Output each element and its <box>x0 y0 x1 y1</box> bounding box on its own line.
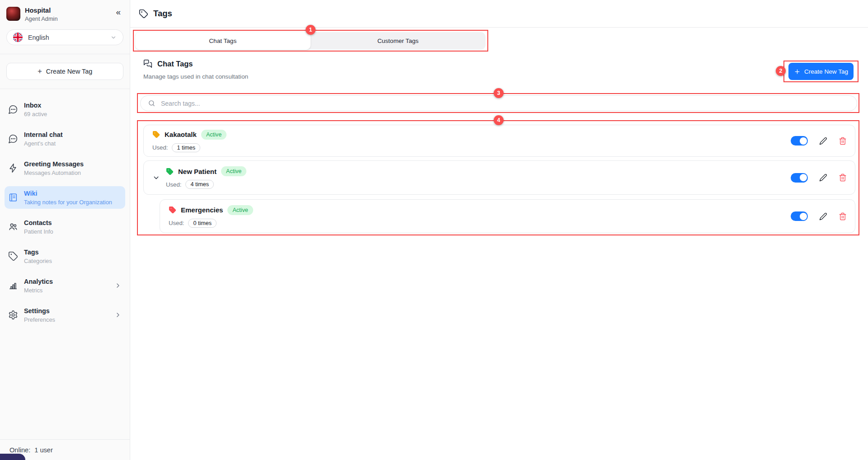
pencil-icon <box>819 174 827 182</box>
chevron-down-icon <box>110 34 117 41</box>
used-label: Used: <box>166 181 181 188</box>
nav-label: Greeting Messages <box>24 160 84 168</box>
language-selector[interactable]: English <box>6 29 123 45</box>
search-icon <box>148 99 156 107</box>
create-new-tag-label: Create New Tag <box>804 68 848 75</box>
pencil-icon <box>819 212 827 221</box>
sidebar: Hospital Agent Admin « English + Create … <box>0 0 130 460</box>
org-role: Agent Admin <box>25 15 58 22</box>
chevron-down-icon <box>152 174 160 182</box>
chevron-right-icon <box>114 311 122 319</box>
tab-customer-tags[interactable]: Customer Tags <box>311 32 486 50</box>
tag-active-toggle[interactable] <box>791 136 808 146</box>
nav-sublabel: Metrics <box>24 287 53 294</box>
sidebar-item-wiki[interactable]: Wiki Taking notes for your Organization <box>5 186 125 209</box>
online-count: 1 user <box>34 446 53 454</box>
language-label: English <box>28 34 49 41</box>
edit-tag-button[interactable] <box>819 137 827 145</box>
search-input[interactable] <box>140 95 857 111</box>
sidebar-item-inbox[interactable]: Inbox 69 active <box>5 98 125 121</box>
org-identity: Hospital Agent Admin <box>25 7 58 22</box>
sidebar-item-internal-chat[interactable]: Internal chat Agent's chat <box>5 127 125 150</box>
expand-children-button[interactable] <box>152 174 160 182</box>
nav-label: Internal chat <box>24 131 63 139</box>
bottom-left-widget-corner <box>0 454 25 460</box>
sidebar-nav: Inbox 69 active Internal chat Agent's ch… <box>0 89 130 326</box>
org-avatar <box>6 7 20 21</box>
used-label: Used: <box>169 220 184 226</box>
chat-bubbles-icon <box>143 59 152 68</box>
section-title: Chat Tags <box>157 60 193 68</box>
annotation-badge-4: 4 <box>494 115 504 125</box>
lightning-bolt-icon <box>8 163 18 173</box>
trash-icon <box>839 212 847 221</box>
tab-chat-tags[interactable]: Chat Tags <box>135 32 311 50</box>
tag-name: Emergencies <box>181 206 223 214</box>
nav-sublabel: Preferences <box>24 316 55 323</box>
users-icon <box>8 222 18 232</box>
sidebar-item-tags[interactable]: Tags Categories <box>5 245 125 268</box>
tag-active-toggle[interactable] <box>791 211 808 221</box>
toggle-knob <box>800 174 807 181</box>
sidebar-collapse-icon[interactable]: « <box>113 7 123 18</box>
nav-sublabel: Messages Automation <box>24 169 84 176</box>
sidebar-create-tag-button[interactable]: + Create New Tag <box>6 63 123 80</box>
gear-icon <box>8 310 18 320</box>
notebook-icon <box>8 192 18 202</box>
page-title: Tags <box>153 9 172 19</box>
tag-icon <box>139 9 148 19</box>
tag-active-toggle[interactable] <box>791 173 808 183</box>
used-count-chip: 4 times <box>185 180 214 189</box>
tag-row-kakaotalk: Kakaotalk Active Used: 1 times <box>143 125 855 157</box>
trash-icon <box>839 174 847 182</box>
nav-label: Settings <box>24 307 55 315</box>
bar-chart-icon <box>8 281 18 291</box>
nav-label: Analytics <box>24 277 53 286</box>
used-count-chip: 1 times <box>172 143 200 152</box>
delete-tag-button[interactable] <box>839 174 847 182</box>
online-status-bar: Online: 1 user <box>0 439 130 460</box>
divider <box>0 54 130 54</box>
chat-bubble-icon <box>8 104 18 114</box>
section-subtitle: Manage tags used in chat consultation <box>143 73 248 80</box>
delete-tag-button[interactable] <box>839 212 847 221</box>
create-new-tag-button[interactable]: Create New Tag <box>788 63 854 80</box>
nav-label: Tags <box>24 248 52 256</box>
tag-row-emergencies: Emergencies Active Used: 0 times <box>160 199 855 233</box>
nav-sublabel: Agent's chat <box>24 140 63 147</box>
status-badge: Active <box>201 130 226 140</box>
chevron-right-icon <box>114 282 122 289</box>
tag-icon <box>8 251 18 261</box>
used-count-chip: 0 times <box>188 219 217 228</box>
status-badge: Active <box>227 205 253 215</box>
delete-tag-button[interactable] <box>839 137 847 145</box>
nav-sublabel: Patient Info <box>24 228 53 235</box>
edit-tag-button[interactable] <box>819 212 827 221</box>
annotation-badge-2: 2 <box>776 66 786 76</box>
tag-name: Kakaotalk <box>165 131 197 138</box>
edit-tag-button[interactable] <box>819 174 827 182</box>
tag-icon <box>169 206 176 214</box>
sidebar-create-tag-label: Create New Tag <box>46 68 92 75</box>
sidebar-item-contacts[interactable]: Contacts Patient Info <box>5 216 125 238</box>
nav-label: Wiki <box>24 189 112 197</box>
section-header: Chat Tags Manage tags used in chat consu… <box>143 59 248 80</box>
tag-name: New Patient <box>178 168 217 175</box>
trash-icon <box>839 137 847 145</box>
pencil-icon <box>819 137 827 145</box>
sidebar-item-settings[interactable]: Settings Preferences <box>5 304 125 326</box>
nav-label: Inbox <box>24 101 47 109</box>
nav-sublabel: 69 active <box>24 111 47 117</box>
search-bar <box>140 95 857 111</box>
page-header: Tags <box>130 0 868 28</box>
toggle-knob <box>800 213 807 220</box>
sidebar-item-analytics[interactable]: Analytics Metrics <box>5 274 125 297</box>
nav-label: Contacts <box>24 219 53 227</box>
sidebar-item-greeting-messages[interactable]: Greeting Messages Messages Automation <box>5 157 125 179</box>
uk-flag-icon <box>13 33 23 42</box>
used-label: Used: <box>152 144 168 151</box>
org-name: Hospital <box>25 7 58 14</box>
toggle-knob <box>800 137 807 145</box>
chat-bubble-icon <box>8 134 18 144</box>
main-content: Tags Chat Tags Customer Tags Chat Tags M… <box>130 0 868 460</box>
